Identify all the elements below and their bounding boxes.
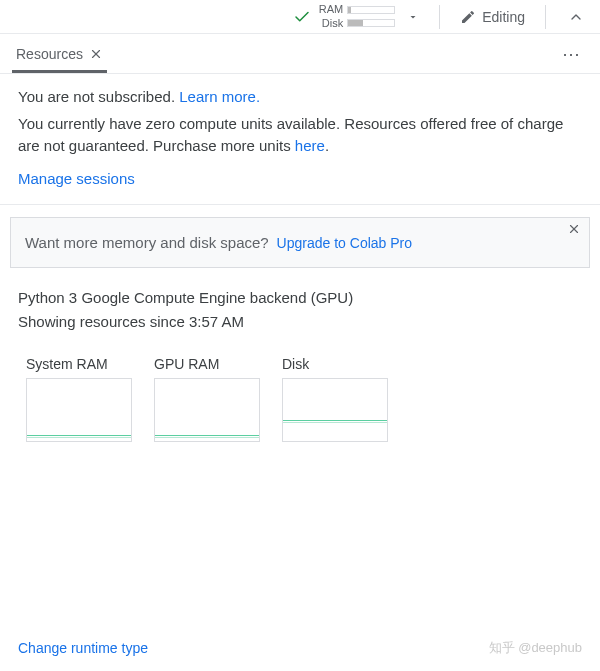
chart-title-gpu: GPU RAM <box>154 356 260 372</box>
not-subscribed-text: You are not subscribed. <box>18 88 179 105</box>
chart-canvas-ram <box>26 378 132 442</box>
learn-more-link[interactable]: Learn more. <box>179 88 260 105</box>
chart-gpu-ram: GPU RAM <box>154 356 260 442</box>
watermark-text: 知乎 @deephub <box>489 639 582 657</box>
more-menu-button[interactable]: ⋯ <box>556 37 588 71</box>
ram-gauge <box>347 6 395 14</box>
top-status-bar: RAM Disk Editing <box>0 0 600 34</box>
upgrade-card: Want more memory and disk space? Upgrade… <box>10 217 590 268</box>
editing-label: Editing <box>482 9 525 25</box>
chart-title-disk: Disk <box>282 356 388 372</box>
upgrade-prompt-text: Want more memory and disk space? <box>25 234 269 251</box>
divider <box>439 5 440 29</box>
footer-bar: Change runtime type 知乎 @deephub <box>0 625 600 671</box>
disk-label: Disk <box>322 17 343 31</box>
ram-label: RAM <box>319 3 343 17</box>
connection-dropdown-button[interactable] <box>401 7 425 27</box>
upgrade-close-icon[interactable] <box>567 222 581 236</box>
backend-info: Python 3 Google Compute Engine backend (… <box>0 282 600 348</box>
editing-mode-button[interactable]: Editing <box>454 5 531 29</box>
change-runtime-type-link[interactable]: Change runtime type <box>18 640 148 656</box>
upgrade-colab-pro-link[interactable]: Upgrade to Colab Pro <box>277 235 412 251</box>
subscription-messages: You are not subscribed. Learn more. You … <box>0 74 600 205</box>
zero-units-text: You currently have zero compute units av… <box>18 115 563 155</box>
connected-check-icon <box>293 8 311 26</box>
resource-charts-row: System RAM GPU RAM Disk <box>0 348 600 450</box>
chart-title-ram: System RAM <box>26 356 132 372</box>
tab-strip: Resources ⋯ <box>0 34 600 74</box>
divider <box>545 5 546 29</box>
period: . <box>325 137 329 154</box>
resource-gauges: RAM Disk <box>319 3 395 31</box>
tab-resources[interactable]: Resources <box>12 36 107 73</box>
tab-title: Resources <box>16 46 83 62</box>
chart-disk: Disk <box>282 356 388 442</box>
pencil-icon <box>460 9 476 25</box>
purchase-here-link[interactable]: here <box>295 137 325 154</box>
tab-close-icon[interactable] <box>89 47 103 61</box>
collapse-button[interactable] <box>560 5 592 29</box>
chart-system-ram: System RAM <box>26 356 132 442</box>
disk-gauge <box>347 19 395 27</box>
manage-sessions-link[interactable]: Manage sessions <box>18 168 135 191</box>
backend-line-1: Python 3 Google Compute Engine backend (… <box>18 286 582 310</box>
connection-status[interactable]: RAM Disk <box>293 3 395 31</box>
chart-canvas-gpu <box>154 378 260 442</box>
backend-line-2: Showing resources since 3:57 AM <box>18 310 582 334</box>
chart-canvas-disk <box>282 378 388 442</box>
